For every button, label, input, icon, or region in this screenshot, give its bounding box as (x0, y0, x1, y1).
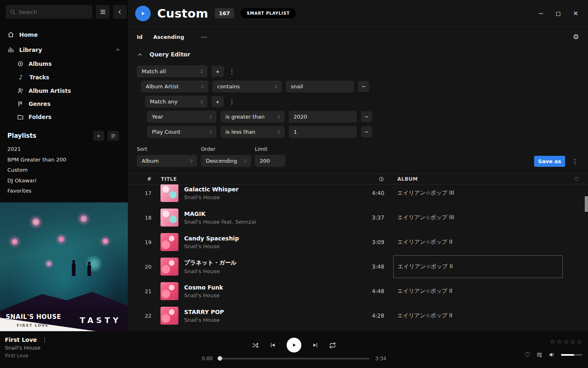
seek-slider[interactable] (218, 358, 370, 359)
scrollbar-thumb[interactable] (585, 196, 588, 212)
now-playing-album[interactable]: First Love (5, 353, 47, 359)
chevron-up-icon[interactable] (115, 47, 120, 52)
now-playing-artist[interactable]: Snail's House (5, 345, 47, 351)
add-rule-button[interactable]: + (212, 66, 224, 77)
table-row[interactable]: 17 Galactic Whisper Snail's House 4:40 エ… (128, 184, 588, 205)
playlist-item[interactable]: BPM Greater than 200 (0, 155, 128, 165)
playlist-item[interactable]: Custom (0, 165, 128, 175)
table-row[interactable]: 20 プラネット・ガール Snail's House 3:48 エイリアン☆ポッ… (128, 254, 588, 279)
sidebar-nav: Home Library Albums ♪ Tracks (0, 27, 128, 123)
sidebar-item-home[interactable]: Home (0, 27, 128, 42)
track-duration: 3:09 (349, 239, 397, 245)
match-type-select[interactable]: Match all (137, 65, 207, 77)
chevron-left-icon (117, 9, 123, 15)
column-title[interactable]: TITLE (157, 176, 349, 182)
rule-field-select[interactable]: Album Artist (141, 81, 208, 92)
rule-operator-select[interactable]: contains (212, 81, 282, 92)
sidebar-item-tracks[interactable]: ♪ Tracks (0, 70, 128, 84)
table-row[interactable]: 19 Candy Spaceship Snail's House 3:09 エイ… (128, 230, 588, 254)
save-as-button[interactable]: Save as (534, 156, 565, 167)
gear-icon[interactable]: ⚙ (573, 33, 579, 41)
track-artist: Snail's House (184, 268, 236, 274)
cover-figure (87, 265, 91, 276)
sidebar-item-library[interactable]: Library (0, 42, 128, 57)
add-playlist-button[interactable]: + (93, 131, 104, 141)
star-icon[interactable]: ☆ (570, 338, 575, 346)
sidebar-item-folders[interactable]: Folders (0, 110, 128, 123)
now-playing-title[interactable]: First Love (5, 337, 37, 343)
play-playlist-button[interactable] (135, 6, 151, 21)
flag-icon (17, 101, 24, 107)
group-menu-icon[interactable]: ⋮ (228, 98, 236, 105)
now-playing-menu-icon[interactable]: ⋮ (42, 337, 47, 343)
sort-select[interactable]: Album (137, 155, 197, 167)
add-group-rule-button[interactable]: + (212, 96, 224, 107)
sidebar-item-genres[interactable]: Genres (0, 97, 128, 110)
sidebar-item-albums[interactable]: Albums (0, 57, 128, 70)
star-icon[interactable]: ☆ (577, 338, 582, 346)
order-select[interactable]: Descending (201, 155, 251, 167)
track-duration: 4:28 (349, 312, 397, 319)
previous-button[interactable] (270, 342, 276, 348)
collapse-chevron-icon[interactable] (137, 52, 143, 58)
seek-handle[interactable] (218, 356, 222, 361)
table-row[interactable]: 21 Cosmo Funk Snail's House 4:48 エイリアン☆ポ… (128, 279, 588, 303)
remove-rule-button[interactable]: − (358, 81, 369, 92)
rule-value-input[interactable] (289, 111, 357, 123)
smart-playlist-badge: SMART PLAYLIST (241, 8, 296, 18)
repeat-button[interactable] (329, 342, 336, 349)
unfold-icon (274, 84, 278, 89)
menu-button[interactable] (96, 5, 109, 19)
minimize-button[interactable]: − (538, 10, 543, 17)
rule-field-select[interactable]: Play Count (147, 126, 216, 138)
column-favorite[interactable]: ♡ (565, 176, 588, 182)
column-index[interactable]: # (128, 176, 157, 182)
save-menu-icon[interactable]: ⋮ (571, 158, 579, 165)
remove-rule-button[interactable]: − (361, 126, 372, 137)
next-button[interactable] (312, 342, 318, 348)
maximize-button[interactable]: ◻ (556, 10, 561, 17)
column-album[interactable]: ALBUM (397, 176, 565, 182)
cover-artist-text: SNAIL'S HOUSE (6, 313, 61, 321)
nav-back-button[interactable] (113, 5, 127, 19)
rule-operator-select[interactable]: is less than (220, 126, 285, 138)
albums-icon (17, 61, 24, 67)
volume-icon[interactable] (548, 351, 555, 358)
star-icon[interactable]: ☆ (557, 338, 562, 346)
volume-slider[interactable] (561, 354, 582, 356)
track-album-focused-cell[interactable]: エイリアン☆ポップ II (393, 255, 563, 278)
genres-label: Genres (29, 101, 51, 107)
playlist-list-options-button[interactable] (108, 131, 119, 141)
rule-value-input[interactable] (289, 126, 357, 138)
queue-icon[interactable] (536, 352, 543, 358)
sort-label: Sort (137, 146, 197, 152)
rule-group-menu-icon[interactable]: ⋮ (228, 68, 236, 75)
favorite-heart-icon[interactable]: ♡ (525, 351, 530, 359)
playlist-item[interactable]: DJ Okawari (0, 175, 128, 186)
sidebar-item-album-artists[interactable]: Album Artists (0, 84, 128, 97)
rule-field-select[interactable]: Year (147, 111, 216, 123)
playlist-item[interactable]: Favorites (0, 186, 128, 196)
remove-rule-button[interactable]: − (361, 111, 372, 122)
star-icon[interactable]: ☆ (550, 338, 555, 346)
sort-field-button[interactable]: Id (137, 34, 143, 40)
search-box[interactable] (6, 5, 92, 19)
table-row[interactable]: 22 STARRY POP Snail's House 4:28 エイリアン☆ポ… (128, 303, 588, 328)
more-options-icon[interactable]: ⋯ (200, 33, 207, 41)
group-match-type-select[interactable]: Match any (145, 96, 207, 108)
star-icon[interactable]: ☆ (564, 338, 569, 346)
close-button[interactable]: ✕ (573, 10, 578, 17)
shuffle-button[interactable] (252, 342, 259, 349)
playlist-item[interactable]: 2021 (0, 144, 128, 155)
search-input[interactable] (19, 9, 88, 15)
unfold-icon (276, 114, 281, 119)
window-controls: − ◻ ✕ (538, 10, 581, 17)
now-playing-cover-art[interactable]: SNAIL'S HOUSE FIRST LOVE TASTY (0, 202, 128, 331)
rule-value-input[interactable] (286, 81, 354, 92)
sort-order-button[interactable]: Ascending (153, 34, 184, 40)
rule-operator-select[interactable]: is greater than (220, 111, 285, 123)
play-pause-button[interactable] (287, 338, 301, 352)
limit-input[interactable] (255, 155, 285, 167)
table-row[interactable]: 18 MAGIK Snail's House feat. Sennzai 3:3… (128, 205, 588, 230)
column-duration[interactable] (349, 176, 397, 182)
